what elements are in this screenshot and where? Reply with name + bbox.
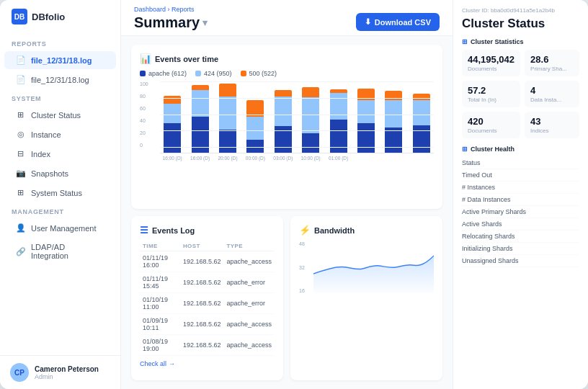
stat-cell: 28.6Primary Sha... — [525, 50, 579, 76]
health-item: Status — [462, 157, 579, 169]
health-item: Active Primary Shards — [462, 206, 579, 218]
health-item: Unassigned Shards — [462, 255, 579, 267]
legend-item-1: 424 (950) — [195, 70, 232, 77]
download-csv-button[interactable]: ⬇ Download CSV — [356, 13, 440, 31]
check-all-arrow: → — [169, 360, 175, 367]
bandwidth-icon: ⚡ — [299, 225, 311, 236]
system-icon: ⊞ — [16, 188, 25, 197]
bar-group — [187, 81, 212, 153]
x-label: 03:00 (D) — [271, 156, 295, 161]
title-dropdown-icon[interactable]: ▾ — [202, 17, 208, 28]
app-window: DB DBfolio REPORTS 📄 file_12/31/18.log 📄… — [0, 0, 588, 389]
user-icon: 👤 — [16, 223, 25, 233]
x-label: 16:00 (D) — [187, 156, 212, 161]
y-axis: 100 80 60 40 20 0 — [140, 81, 148, 148]
app-name: DBfolio — [32, 12, 65, 22]
page-title: Summary ▾ — [134, 14, 208, 31]
sidebar-item-user-mgmt[interactable]: 👤 User Management — [4, 219, 116, 237]
chart-area: 100 80 60 40 20 0 — [140, 81, 434, 161]
user-info: Cameron Peterson Admin — [35, 365, 110, 380]
bandwidth-title: ⚡ Bandwidth — [299, 225, 434, 236]
x-label: 00:00 (D) — [243, 156, 267, 161]
health-item: Timed Out — [462, 169, 579, 182]
stat-cell: 44,195,042Documents — [462, 50, 520, 76]
sidebar-report1-label: file_12/31/18.log — [31, 56, 92, 65]
user-mgmt-label: User Management — [31, 224, 97, 233]
stat-cell: 420Documents — [462, 112, 520, 138]
table-row[interactable]: 01/09/19 10:11192.168.5.62apache_access — [140, 314, 275, 335]
bar-group — [409, 81, 434, 153]
bandwidth-svg — [313, 241, 434, 299]
cluster-stats-title: ⊞ Cluster Statistics — [462, 38, 579, 45]
system-status-label: System Status — [31, 189, 82, 197]
log-table: TIME HOST TYPE 01/11/19 16:00192.168.5.6… — [140, 241, 275, 356]
download-icon: ⬇ — [365, 17, 371, 27]
health-items-list: StatusTimed Out# Instances# Data Instanc… — [462, 157, 579, 267]
sidebar-item-cluster-status[interactable]: ⊞ Cluster Status — [4, 106, 116, 124]
user-name: Cameron Peterson — [35, 365, 110, 373]
bar-group — [215, 81, 240, 153]
legend-item-2: 500 (522) — [241, 70, 277, 77]
health-item: Active Shards — [462, 218, 579, 231]
file-icon-2: 📄 — [16, 75, 25, 84]
table-row[interactable]: 01/10/19 11:00192.168.5.62apache_error — [140, 293, 275, 314]
breadcrumb: Dashboard › Reports — [134, 6, 208, 13]
header-left: Dashboard › Reports Summary ▾ — [134, 6, 208, 31]
legend-dot-light — [195, 71, 201, 76]
bandwidth-card: ⚡ Bandwidth 48 32 16 — [290, 216, 442, 380]
events-chart-card: 📊 Events over time apache (612) 424 (950… — [131, 45, 442, 209]
main-content: Dashboard › Reports Summary ▾ ⬇ Download… — [121, 0, 453, 389]
sidebar-item-system-status[interactable]: ⊞ System Status — [4, 184, 116, 202]
sidebar-item-index[interactable]: ⊟ Index — [4, 145, 116, 163]
legend-item-0: apache (612) — [140, 70, 187, 77]
user-role: Admin — [35, 373, 110, 380]
logo: DB DBfolio — [0, 9, 120, 35]
bar-group — [160, 81, 184, 153]
x-label — [381, 156, 406, 161]
health-item: Relocating Shards — [462, 231, 579, 243]
ldap-icon: 🔗 — [16, 247, 25, 256]
table-row[interactable]: 01/08/19 19:00192.168.5.62apache_access — [140, 335, 275, 356]
stats-icon: ⊞ — [462, 38, 468, 45]
bw-y-axis: 48 32 16 — [299, 241, 305, 293]
health-item: # Instances — [462, 182, 579, 194]
col-host: HOST — [180, 241, 224, 251]
sidebar-item-report1[interactable]: 📄 file_12/31/18.log — [4, 51, 116, 69]
health-item: Initializing Shards — [462, 243, 579, 255]
bar-group — [298, 81, 323, 153]
cluster-label: Cluster Status — [31, 111, 81, 120]
stat-cell: 43Indices — [525, 112, 579, 138]
stat-cell: 57.2Total In (In) — [462, 81, 520, 107]
cluster-icon: ⊞ — [16, 110, 25, 120]
sidebar-report2-label: file_12/31/18.log — [31, 76, 89, 84]
bar-group — [271, 81, 295, 153]
user-profile: CP Cameron Peterson Admin — [0, 355, 120, 389]
x-label — [409, 156, 434, 161]
right-panel: Cluster ID: bba0d0d9411a5e1a2b4b Cluster… — [453, 0, 588, 389]
breadcrumb-reports[interactable]: Reports — [172, 6, 195, 13]
bar-group — [354, 81, 378, 153]
check-all-link[interactable]: Check all → — [140, 360, 175, 367]
log-tbody: 01/11/19 16:00192.168.5.62apache_access0… — [140, 251, 275, 356]
instance-label: Instance — [31, 130, 61, 139]
main-body: 📊 Events over time apache (612) 424 (950… — [121, 36, 453, 389]
bar-group — [243, 81, 267, 153]
avatar: CP — [10, 363, 29, 382]
sidebar-item-snapshots[interactable]: 📷 Snapshots — [4, 164, 116, 182]
x-label: 20:00 (D) — [215, 156, 240, 161]
table-row[interactable]: 01/11/19 15:45192.168.5.62apache_error — [140, 272, 275, 293]
cluster-id: Cluster ID: bba0d0d9411a5e1a2b4b — [462, 7, 579, 14]
breadcrumb-dashboard[interactable]: Dashboard — [134, 6, 166, 13]
sidebar-item-ldap[interactable]: 🔗 LDAP/AD Integration — [4, 238, 116, 264]
sidebar-item-instance[interactable]: ◎ Instance — [4, 125, 116, 143]
sidebar-item-report2[interactable]: 📄 file_12/31/18.log — [4, 71, 116, 89]
x-axis: 16:00 (D)16:00 (D)20:00 (D)00:00 (D)03:0… — [160, 156, 434, 161]
x-label: 16:00 (D) — [160, 156, 184, 161]
x-label: 01:00 (D) — [326, 156, 350, 161]
stats-grid: 44,195,042Documents28.6Primary Sha...57.… — [462, 50, 579, 138]
chart-legend: apache (612) 424 (950) 500 (522) — [140, 70, 434, 77]
table-row[interactable]: 01/11/19 16:00192.168.5.62apache_access — [140, 251, 275, 272]
col-type: TYPE — [223, 241, 275, 251]
sidebar: DB DBfolio REPORTS 📄 file_12/31/18.log 📄… — [0, 0, 121, 389]
file-icon: 📄 — [16, 55, 25, 65]
